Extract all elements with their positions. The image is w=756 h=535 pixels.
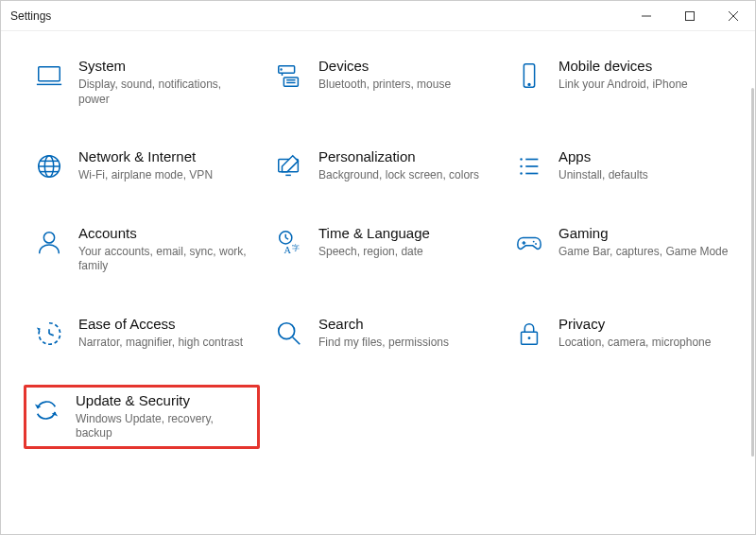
category-title: Privacy — [558, 316, 711, 333]
category-desc: Location, camera, microphone — [558, 336, 711, 351]
category-privacy[interactable]: Privacy Location, camera, microphone — [507, 308, 740, 358]
maximize-button[interactable] — [668, 1, 712, 30]
phone-icon — [513, 60, 545, 92]
category-desc: Link your Android, iPhone — [558, 78, 688, 93]
category-title: Search — [318, 316, 449, 333]
window-title: Settings — [10, 9, 51, 23]
category-search[interactable]: Search Find my files, permissions — [267, 308, 500, 358]
category-apps[interactable]: Apps Uninstall, defaults — [507, 141, 740, 191]
svg-point-25 — [520, 172, 522, 174]
category-devices[interactable]: Devices Bluetooth, printers, mouse — [267, 50, 500, 114]
category-mobile[interactable]: Mobile devices Link your Android, iPhone — [507, 50, 740, 114]
category-desc: Uninstall, defaults — [558, 168, 648, 183]
svg-point-35 — [533, 240, 535, 242]
svg-point-40 — [279, 323, 295, 339]
svg-line-41 — [293, 337, 301, 345]
category-title: Ease of Access — [78, 316, 243, 333]
scrollbar[interactable] — [751, 88, 754, 457]
category-title: System — [78, 58, 249, 75]
category-update-security[interactable]: Update & Security Windows Update, recove… — [24, 385, 260, 449]
search-icon — [273, 318, 305, 350]
svg-point-36 — [535, 243, 537, 245]
category-title: Accounts — [78, 225, 249, 242]
system-icon — [33, 60, 65, 92]
category-desc: Find my files, permissions — [318, 336, 449, 351]
category-system[interactable]: System Display, sound, notifications, po… — [27, 50, 260, 114]
svg-point-43 — [528, 337, 531, 339]
svg-rect-1 — [686, 11, 695, 20]
svg-line-39 — [49, 334, 54, 336]
category-desc: Game Bar, captures, Game Mode — [558, 245, 728, 260]
category-gaming[interactable]: Gaming Game Bar, captures, Game Mode — [507, 217, 740, 282]
category-network[interactable]: Network & Internet Wi-Fi, airplane mode,… — [27, 141, 260, 191]
gamepad-icon — [513, 227, 545, 259]
category-ease-of-access[interactable]: Ease of Access Narrator, magnifier, high… — [27, 308, 260, 358]
close-button[interactable] — [712, 1, 755, 30]
svg-point-21 — [520, 158, 522, 160]
category-desc: Bluetooth, printers, mouse — [318, 78, 451, 93]
category-desc: Speech, region, date — [318, 245, 430, 260]
svg-point-23 — [520, 165, 522, 167]
ease-of-access-icon — [33, 318, 65, 350]
minimize-button[interactable] — [625, 1, 668, 30]
sync-icon — [30, 394, 62, 426]
category-title: Update & Security — [76, 392, 246, 409]
window-controls — [625, 1, 755, 30]
category-title: Personalization — [318, 148, 479, 165]
category-accounts[interactable]: Accounts Your accounts, email, sync, wor… — [27, 217, 260, 282]
category-desc: Background, lock screen, colors — [318, 168, 479, 183]
pen-monitor-icon — [273, 150, 305, 182]
category-title: Gaming — [558, 225, 728, 242]
svg-rect-7 — [284, 78, 298, 86]
category-time-language[interactable]: A 字 Time & Language Speech, region, date — [267, 217, 500, 282]
lock-icon — [513, 318, 545, 350]
globe-icon — [33, 150, 65, 182]
svg-rect-4 — [39, 67, 60, 81]
svg-point-27 — [43, 233, 54, 243]
category-desc: Display, sound, notifications, power — [78, 78, 249, 107]
category-desc: Your accounts, email, sync, work, family — [78, 245, 249, 274]
svg-text:A: A — [284, 245, 291, 255]
category-title: Devices — [318, 58, 451, 75]
list-icon — [513, 150, 545, 182]
category-desc: Windows Update, recovery, backup — [76, 412, 246, 441]
svg-point-13 — [528, 83, 530, 85]
category-personalization[interactable]: Personalization Background, lock screen,… — [267, 141, 500, 191]
svg-point-9 — [281, 69, 282, 70]
devices-icon — [273, 60, 305, 92]
category-title: Time & Language — [318, 225, 430, 242]
time-language-icon: A 字 — [273, 227, 305, 259]
svg-text:字: 字 — [292, 243, 300, 252]
person-icon — [33, 227, 65, 259]
category-desc: Wi-Fi, airplane mode, VPN — [78, 168, 213, 183]
category-title: Apps — [558, 148, 648, 165]
settings-grid: System Display, sound, notifications, po… — [27, 50, 744, 449]
category-title: Network & Internet — [78, 148, 213, 165]
category-title: Mobile devices — [558, 58, 688, 75]
titlebar: Settings — [1, 1, 755, 31]
category-desc: Narrator, magnifier, high contrast — [78, 336, 243, 351]
svg-line-30 — [285, 237, 288, 239]
settings-content: System Display, sound, notifications, po… — [1, 31, 755, 534]
